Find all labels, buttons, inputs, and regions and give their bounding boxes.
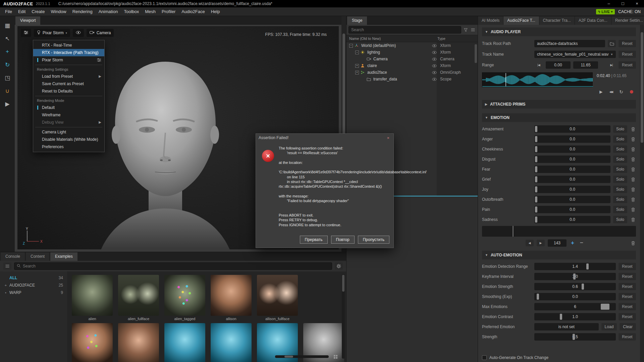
selection-mode-tool-button[interactable]: ▦ (2, 21, 12, 30)
reset-button[interactable]: Reset (619, 273, 636, 280)
thumbnail-size-slider[interactable] (275, 355, 329, 358)
emotion-slider[interactable]: 0.0 (534, 145, 610, 153)
slider-handle[interactable] (535, 176, 537, 182)
strength-slider-handle[interactable] (573, 334, 575, 340)
track-root-path-field[interactable]: audio2face-data/tracks (534, 40, 605, 47)
tab-viewport[interactable]: Viewport (15, 16, 40, 25)
category-all[interactable]: ALL34 (0, 274, 67, 282)
menu-rendering[interactable]: Rendering (69, 8, 96, 15)
timeline-cursor[interactable] (513, 226, 513, 237)
solo-button[interactable]: Solo (613, 186, 627, 193)
attached-prims-section-header[interactable]: ▶ ATTACHED PRIMS (482, 100, 636, 109)
renderer-dropdown-button[interactable]: Pixar Storm ▾ (34, 29, 70, 37)
reset-button[interactable]: Reset (619, 283, 636, 290)
live-toggle[interactable]: ϟ LIVE ▾ (596, 9, 615, 14)
menu-item-default[interactable]: Default (33, 104, 104, 111)
maximize-button[interactable]: □ (617, 0, 629, 7)
scale-tool-button[interactable]: ◳ (2, 73, 12, 82)
reset-button[interactable]: Reset (619, 293, 636, 300)
solo-button[interactable]: Solo (613, 156, 627, 163)
menu-create[interactable]: Create (29, 8, 48, 15)
menu-toolbox[interactable]: Toolbox (121, 8, 142, 15)
gear-icon[interactable] (335, 262, 343, 270)
menu-mesh[interactable]: Mesh (142, 8, 159, 15)
abort-button[interactable]: Прервать (300, 236, 328, 244)
viewport-options-button[interactable] (21, 29, 31, 37)
slider-handle[interactable] (535, 146, 537, 152)
auto-generate-checkbox[interactable] (482, 355, 487, 360)
menu-item-rtx-real-time[interactable]: RTX - Real-Time (33, 42, 104, 49)
solo-button[interactable]: Solo (613, 216, 627, 223)
emotion-slider[interactable]: 0.0 (534, 156, 610, 163)
emotion-slider[interactable]: 0.0 (534, 135, 610, 143)
grid-view-icon[interactable] (332, 353, 339, 360)
parameter-slider[interactable]: 0.0 (534, 293, 616, 300)
stage-scrollbar-handle[interactable] (475, 44, 477, 63)
slider-handle[interactable] (535, 166, 537, 172)
examples-scrollbar[interactable] (342, 274, 345, 359)
reset-button[interactable]: Reset (619, 40, 636, 47)
stage-column-header[interactable]: Name (Old to New) Type (346, 35, 478, 42)
menu-edit[interactable]: Edit (15, 8, 29, 15)
play-tool-button[interactable]: ▶ (2, 99, 12, 109)
scrollbar-handle[interactable] (342, 275, 344, 292)
right-panel-scrollbar[interactable] (640, 25, 644, 362)
menu-item-save-current-as-preset[interactable]: Save Current as Preset (33, 80, 104, 87)
slider-handle[interactable] (535, 156, 537, 162)
slider-handle[interactable] (535, 186, 537, 192)
stage-search-input[interactable] (351, 27, 459, 32)
expander-icon[interactable]: + (355, 64, 359, 68)
menu-profiler[interactable]: Profiler (159, 8, 178, 15)
trash-icon[interactable] (630, 207, 636, 212)
menu-item-camera-light[interactable]: Camera Light (33, 128, 104, 136)
solo-button[interactable]: Solo (613, 125, 627, 133)
name-column-label[interactable]: Name (Old to New) (349, 37, 437, 41)
tab-a2f-data-con[interactable]: A2F Data Con... (575, 16, 611, 25)
add-keyframe-button[interactable]: + (570, 240, 576, 246)
parameter-slider[interactable]: 1.0 (534, 313, 616, 320)
prev-keyframe-button[interactable]: ◀ (526, 240, 534, 246)
example-thumbnail-allison-fullface[interactable]: allison_fullface (257, 275, 298, 322)
menu-help[interactable]: Help (208, 8, 223, 15)
slider-handle[interactable] (535, 217, 537, 223)
select-tool-button[interactable]: ↖ (2, 34, 12, 43)
slider-handle[interactable] (535, 136, 537, 142)
stage-row-claire[interactable]: +claireXform (346, 62, 478, 69)
type-column-label[interactable]: Type (437, 37, 475, 41)
parameter-slider[interactable]: 6 (534, 303, 616, 310)
track-name-dropdown[interactable]: chinese_voice_female_p01_neutral.wav ▼ (534, 51, 616, 58)
menu-item-rtx-interactive-path-tracing[interactable]: RTX - Interactive (Path Tracing) (33, 49, 104, 56)
reset-button[interactable]: Reset (619, 61, 636, 69)
trash-icon[interactable] (630, 177, 636, 182)
solo-button[interactable]: Solo (613, 166, 627, 173)
visibility-eye-icon[interactable] (432, 58, 440, 61)
keyframe-count-field[interactable]: 143 (548, 239, 567, 247)
example-thumbnail-allison[interactable]: allison (211, 275, 252, 322)
expander-icon[interactable]: + (355, 71, 359, 74)
reset-button[interactable]: Reset (619, 51, 636, 58)
menu-file[interactable]: File (2, 8, 15, 15)
emotion-slider[interactable]: 0.0 (534, 176, 610, 183)
clear-button[interactable]: Clear (620, 323, 636, 330)
emotion-slider[interactable]: 0.0 (534, 216, 610, 223)
example-thumbnail[interactable] (72, 323, 113, 362)
example-thumbnail[interactable] (118, 323, 159, 362)
slider-handle[interactable] (535, 126, 537, 132)
retry-button[interactable]: Повтор (331, 236, 355, 244)
range-end-field[interactable]: 11.65 (573, 61, 598, 69)
example-thumbnail-alien[interactable]: alien (72, 275, 113, 322)
slider-handle[interactable] (586, 263, 589, 269)
slider-handle[interactable] (573, 274, 576, 280)
examples-search-input[interactable] (23, 264, 329, 268)
visibility-eye-icon[interactable] (432, 51, 440, 54)
solo-button[interactable]: Solo (613, 135, 627, 143)
load-button[interactable]: Load (601, 323, 617, 330)
expander-icon[interactable]: − (355, 51, 359, 54)
play-icon[interactable]: ▶ (599, 89, 602, 94)
next-keyframe-button[interactable]: ▶ (537, 240, 545, 246)
reset-button[interactable]: Reset (619, 263, 636, 270)
menu-item-preferences[interactable]: Preferences (33, 143, 104, 150)
stage-row-audio2face[interactable]: +audio2faceOmniGraph (346, 69, 478, 76)
stage-search-field[interactable] (348, 26, 461, 34)
parameter-slider[interactable]: 1.0 (534, 273, 616, 280)
